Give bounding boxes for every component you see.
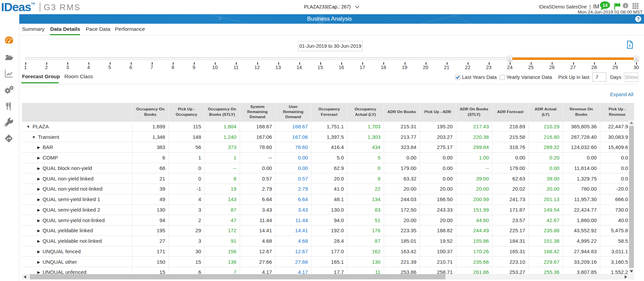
svg-text:14: 14 — [603, 3, 608, 8]
svg-text:x: x — [629, 43, 631, 48]
